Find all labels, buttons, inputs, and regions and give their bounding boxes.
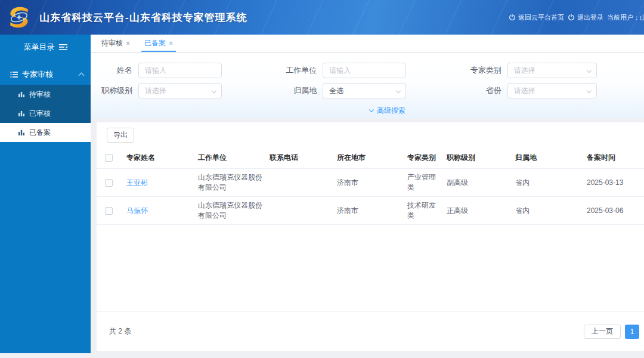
tab-bar: 待审核 × 已备案 ×: [91, 35, 644, 53]
column-header: 专家类别: [401, 153, 441, 163]
chevron-up-icon: [79, 73, 85, 79]
level-cell: 副高级: [441, 178, 509, 188]
current-user-label: 当前用户：山东: [607, 0, 644, 35]
platform-logo-icon: [6, 4, 32, 30]
return-home-label: 返回云平台首页: [518, 13, 564, 22]
expert-name-link[interactable]: 马振怀: [126, 206, 148, 215]
company-cell: 山东德瑞克仪器股份有限公司: [192, 171, 264, 194]
advanced-search-label: 高级搜索: [377, 106, 405, 116]
column-header: 归属地: [509, 153, 581, 163]
province-field-label: 省份: [460, 85, 507, 96]
region-value: 全选: [329, 87, 343, 95]
expert-category-field-label: 专家类别: [460, 65, 507, 76]
title-level-field-label: 职称级别: [91, 85, 138, 96]
chevron-down-icon: [396, 88, 401, 93]
column-header: 专家姓名: [120, 153, 192, 163]
date-cell: 2025-03-06: [581, 206, 644, 215]
column-header: 备案时间: [581, 153, 644, 163]
total-count-label: 共 2 条: [109, 326, 584, 337]
city-cell: 济南市: [331, 206, 401, 216]
sidebar-item-filed[interactable]: 已备案: [0, 123, 91, 142]
chevron-down-icon: [586, 88, 591, 93]
region-cell: 省内: [509, 178, 581, 188]
region-select[interactable]: 全选: [323, 83, 406, 98]
column-header: 所在地市: [331, 153, 401, 163]
work-unit-input[interactable]: 请输入: [323, 63, 406, 78]
menu-directory-header[interactable]: 菜单目录: [0, 35, 91, 60]
row-checkbox[interactable]: [105, 207, 113, 215]
title-level-select[interactable]: 请选择: [138, 83, 222, 98]
company-cell: 山东德瑞克仪器股份有限公司: [192, 199, 264, 222]
app-window: 山东省科技云平台-山东省科技专家管理系统 返回云平台首页 退出登录 当前用户：山…: [0, 0, 644, 358]
province-select[interactable]: 请选择: [507, 83, 597, 98]
table-footer: 共 2 条 上一页 1: [97, 311, 644, 351]
menu-fold-icon: [59, 44, 67, 51]
select-all-checkbox[interactable]: [105, 154, 113, 162]
page-1-button[interactable]: 1: [625, 325, 639, 339]
sidebar-group-expert-review[interactable]: 专家审核: [0, 64, 91, 85]
level-cell: 正高级: [441, 206, 509, 216]
chevron-down-icon: [369, 107, 374, 112]
tab-pending-review[interactable]: 待审核 ×: [97, 35, 134, 52]
name-input[interactable]: 请输入: [138, 63, 222, 78]
table-header-row: 专家姓名 工作单位 联系电话 所在地市 专家类别 职称级别 归属地 备案时间: [97, 147, 644, 169]
column-header: 职称级别: [441, 153, 509, 163]
chevron-down-icon: [212, 88, 216, 93]
results-card: 导出 专家姓名 工作单位 联系电话 所在地市 专家类别 职称级别 归属地 备案时…: [97, 122, 644, 351]
sidebar-item-reviewed[interactable]: 已审核: [0, 104, 91, 123]
region-cell: 省内: [509, 206, 581, 216]
logout-link[interactable]: 退出登录: [568, 0, 603, 35]
bar-chart-icon: [18, 91, 25, 98]
column-header: 工作单位: [192, 153, 264, 163]
column-header: 联系电话: [264, 153, 331, 163]
name-field-label: 姓名: [91, 65, 138, 76]
expert-category-value: 请选择: [514, 66, 535, 75]
close-icon[interactable]: ×: [126, 39, 130, 48]
expert-category-select[interactable]: 请选择: [507, 63, 597, 78]
power-icon: [568, 14, 575, 21]
sidebar-group-label: 专家审核: [22, 69, 79, 80]
sidebar-submenu: 待审核 已审核 已备案: [0, 85, 91, 142]
bar-chart-icon: [18, 110, 25, 117]
experts-table: 专家姓名 工作单位 联系电话 所在地市 专家类别 职称级别 归属地 备案时间 王…: [97, 147, 644, 225]
menu-directory-label: 菜单目录: [24, 42, 55, 53]
tab-label: 已备案: [144, 38, 166, 48]
city-cell: 济南市: [331, 178, 401, 188]
close-icon[interactable]: ×: [169, 39, 173, 48]
tab-label: 待审核: [101, 38, 123, 48]
work-unit-field-label: 工作单位: [275, 65, 323, 76]
expert-name-link[interactable]: 王亚彬: [126, 178, 148, 187]
top-header: 山东省科技云平台-山东省科技专家管理系统 返回云平台首页 退出登录 当前用户：山…: [0, 0, 644, 35]
list-icon: [10, 71, 18, 78]
sidebar-item-label: 已备案: [29, 128, 51, 138]
export-button[interactable]: 导出: [107, 128, 134, 143]
sidebar-item-pending-review[interactable]: 待审核: [0, 85, 91, 104]
title-level-value: 请选择: [145, 87, 166, 95]
tab-filed[interactable]: 已备案 ×: [140, 35, 177, 52]
category-cell: 技术研发类: [401, 200, 441, 221]
page-title: 山东省科技云平台-山东省科技专家管理系统: [39, 0, 247, 35]
sidebar: 菜单目录 专家审核 待审核: [0, 35, 91, 353]
prev-page-button[interactable]: 上一页: [584, 325, 621, 339]
province-value: 请选择: [514, 87, 535, 95]
advanced-search-link[interactable]: 高级搜索: [370, 106, 405, 116]
sidebar-item-label: 已审核: [29, 109, 51, 119]
logout-label: 退出登录: [577, 13, 603, 22]
row-checkbox[interactable]: [105, 179, 113, 187]
category-cell: 产业管理类: [401, 172, 441, 193]
return-home-link[interactable]: 返回云平台首页: [509, 0, 564, 35]
power-icon: [509, 14, 516, 21]
search-panel: 姓名 请输入 工作单位 请输入 专家类别 请选择 职称级别 请选择: [91, 53, 644, 118]
table-row: 马振怀 山东德瑞克仪器股份有限公司 济南市 技术研发类 正高级 省内 2025-…: [97, 197, 644, 225]
sidebar-item-label: 待审核: [29, 90, 51, 100]
date-cell: 2025-03-13: [581, 178, 644, 187]
region-field-label: 归属地: [275, 85, 323, 96]
bar-chart-icon: [18, 129, 25, 136]
table-row: 王亚彬 山东德瑞克仪器股份有限公司 济南市 产业管理类 副高级 省内 2025-…: [97, 169, 644, 197]
chevron-down-icon: [586, 68, 591, 73]
